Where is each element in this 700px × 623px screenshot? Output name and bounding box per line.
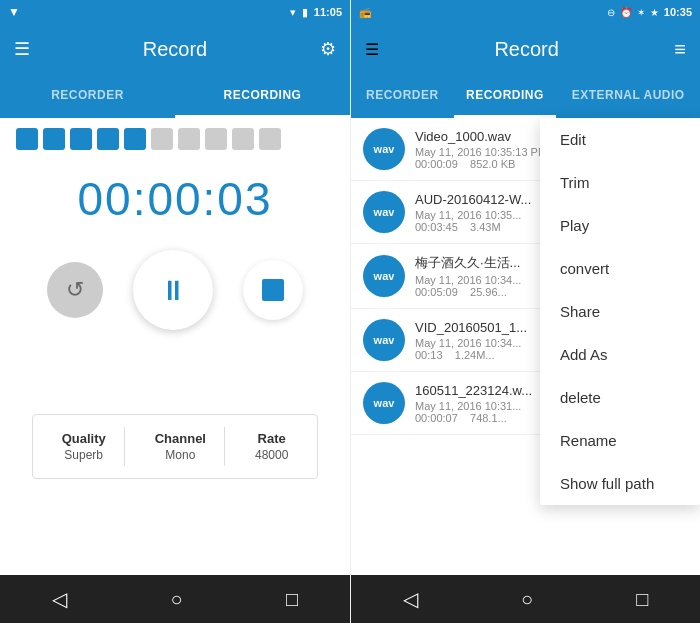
- tabs-right: RECORDER RECORDING EXTERNAL AUDIO: [351, 74, 700, 118]
- channel-label: Channel: [155, 431, 206, 446]
- context-menu-play[interactable]: Play: [540, 204, 700, 247]
- clock-icon: ⏰: [620, 7, 632, 18]
- tab-recording-left[interactable]: RECORDING: [175, 74, 350, 118]
- app-title-left: Record: [143, 38, 207, 61]
- level-bar-9: [232, 128, 254, 150]
- stop-icon: [262, 279, 284, 301]
- context-menu-share[interactable]: Share: [540, 290, 700, 333]
- time-left: 11:05: [314, 6, 342, 18]
- quality-label: Quality: [62, 431, 106, 446]
- status-bar-left: ▼ ▾ ▮ 11:05: [0, 0, 350, 24]
- rate-value: 48000: [255, 448, 288, 462]
- pause-button[interactable]: ⏸: [133, 250, 213, 330]
- context-menu-rename[interactable]: Rename: [540, 419, 700, 462]
- rate-label: Rate: [255, 431, 288, 446]
- status-bar-right: 📻 ⊖ ⏰ ✶ ★ 10:35: [351, 0, 700, 24]
- home-icon-left[interactable]: ○: [170, 588, 182, 611]
- left-panel: ▼ ▾ ▮ 11:05 ☰ Record ⚙ RECORDER RECORDIN…: [0, 0, 350, 623]
- quality-bar: Quality Superb Channel Mono Rate 48000: [32, 414, 318, 479]
- wav-badge-3: wav: [363, 319, 405, 361]
- tab-recording-right[interactable]: RECORDING: [454, 74, 557, 118]
- block-icon: ⊖: [607, 7, 615, 18]
- menu-icon[interactable]: ☰: [14, 38, 30, 60]
- context-menu-add-as[interactable]: Add As: [540, 333, 700, 376]
- reset-icon: ↺: [66, 277, 84, 303]
- nav-bar-right: ◁ ○ □: [351, 575, 700, 623]
- star-icon: ✶: [637, 7, 645, 18]
- recent-icon-right[interactable]: □: [636, 588, 648, 611]
- channel-value: Mono: [155, 448, 206, 462]
- level-bar-2: [43, 128, 65, 150]
- context-menu-show-full-path[interactable]: Show full path: [540, 462, 700, 505]
- controls: ↺ ⏸: [0, 250, 350, 350]
- timer-display: 00:00:03: [0, 154, 350, 250]
- menu-icon-right[interactable]: ☰: [365, 40, 379, 59]
- level-bars: [0, 118, 350, 154]
- right-panel: 📻 ⊖ ⏰ ✶ ★ 10:35 ☰ Record ≡ RECORDER RECO…: [350, 0, 700, 623]
- level-bar-10: [259, 128, 281, 150]
- pause-icon: ⏸: [159, 274, 187, 307]
- level-bar-6: [151, 128, 173, 150]
- level-bar-4: [97, 128, 119, 150]
- wifi-icon: ▾: [290, 6, 296, 19]
- context-menu-convert[interactable]: convert: [540, 247, 700, 290]
- back-icon-right[interactable]: ◁: [403, 587, 418, 611]
- tab-recorder-right[interactable]: RECORDER: [351, 74, 454, 118]
- time-right: 10:35: [664, 6, 692, 18]
- context-menu: Edit Trim Play convert Share Add As dele…: [540, 118, 700, 505]
- bluetooth-icon: ★: [650, 7, 659, 18]
- wav-badge-1: wav: [363, 191, 405, 233]
- wav-badge-0: wav: [363, 128, 405, 170]
- timer-text: 00:00:03: [77, 173, 272, 225]
- alarm-icon: 📻: [359, 7, 371, 18]
- level-bar-5: [124, 128, 146, 150]
- quality-item-channel: Channel Mono: [137, 427, 225, 466]
- stop-button[interactable]: [243, 260, 303, 320]
- app-title-right: Record: [494, 38, 558, 61]
- level-bar-3: [70, 128, 92, 150]
- recent-icon-left[interactable]: □: [286, 588, 298, 611]
- context-menu-delete[interactable]: delete: [540, 376, 700, 419]
- battery-icon: ▮: [302, 6, 308, 19]
- tab-recorder-left[interactable]: RECORDER: [0, 74, 175, 118]
- quality-item-rate: Rate 48000: [237, 427, 306, 466]
- level-bar-1: [16, 128, 38, 150]
- wav-badge-2: wav: [363, 255, 405, 297]
- header-left: ☰ Record ⚙: [0, 24, 350, 74]
- home-icon-right[interactable]: ○: [521, 588, 533, 611]
- tabs-left: RECORDER RECORDING: [0, 74, 350, 118]
- quality-value: Superb: [62, 448, 106, 462]
- wav-badge-4: wav: [363, 382, 405, 424]
- overflow-icon[interactable]: ≡: [674, 38, 686, 61]
- settings-icon[interactable]: ⚙: [320, 38, 336, 60]
- tab-external-audio[interactable]: EXTERNAL AUDIO: [556, 74, 700, 118]
- notification-icon: ▼: [8, 5, 20, 19]
- back-icon-left[interactable]: ◁: [52, 587, 67, 611]
- header-right: ☰ Record ≡: [351, 24, 700, 74]
- level-bar-7: [178, 128, 200, 150]
- context-menu-trim[interactable]: Trim: [540, 161, 700, 204]
- nav-bar-left: ◁ ○ □: [0, 575, 350, 623]
- context-menu-edit[interactable]: Edit: [540, 118, 700, 161]
- reset-button[interactable]: ↺: [47, 262, 103, 318]
- quality-item-quality: Quality Superb: [44, 427, 125, 466]
- level-bar-8: [205, 128, 227, 150]
